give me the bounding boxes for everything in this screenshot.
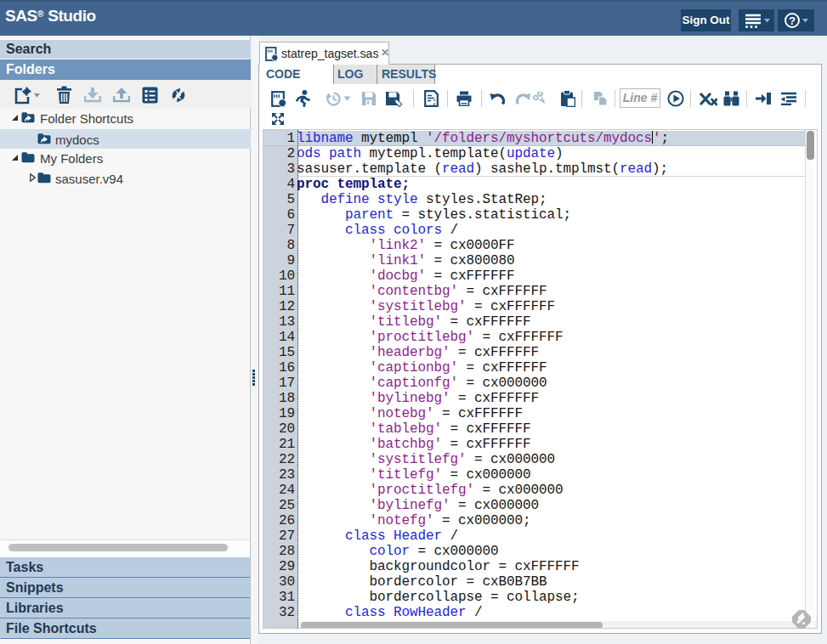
svg-text:;: ; [432, 98, 437, 107]
svg-text:?: ? [789, 14, 796, 27]
